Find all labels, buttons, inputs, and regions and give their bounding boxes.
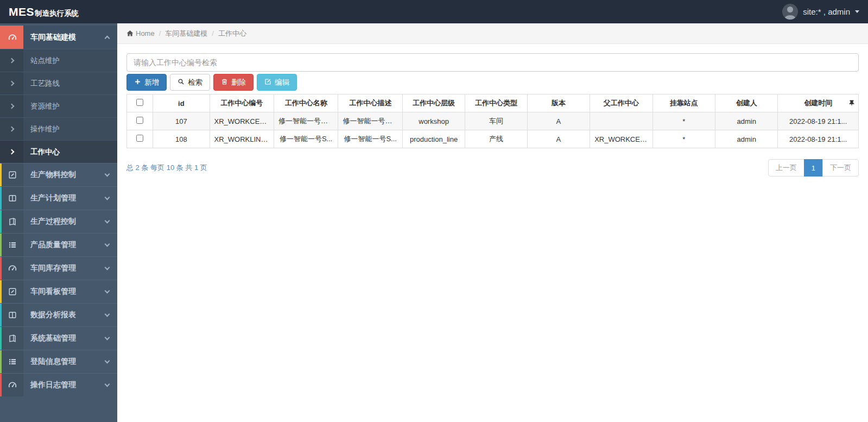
list-icon [0,234,23,256]
button-label: 删除 [231,78,246,87]
gauge-icon [0,257,23,280]
chevron-down-icon [105,304,109,326]
table-cell: A [527,130,590,148]
table-cell: 107 [153,112,210,130]
sidebar-group[interactable]: 登陆信息管理 [0,350,117,373]
button-label: 检索 [188,78,202,87]
table-cell: admin [715,112,777,130]
columns-icon [0,187,23,210]
home-icon [126,30,134,37]
sidebar-group-label: 操作日志管理 [23,374,105,396]
sidebar-group[interactable]: 生产物料控制 [0,163,117,186]
row-select-cell [127,130,153,148]
sidebar-submenu: 站点维护工艺路线资源维护操作维护工作中心 [0,49,117,163]
table-cell: 2022-08-19 21:1... [778,130,859,148]
column-header-工作中心描述[interactable]: 工作中心描述 [338,95,402,112]
app-logo-suffix: 制造执行系统 [35,9,79,18]
sidebar: 车间基础建模站点维护工艺路线资源维护操作维护工作中心生产物料控制生产计划管理生产… [0,23,117,422]
select-all-checkbox[interactable] [136,99,143,106]
sidebar-item-站点维护[interactable]: 站点维护 [0,49,117,72]
sidebar-item-工艺路线[interactable]: 工艺路线 [0,72,117,95]
column-header-挂靠站点[interactable]: 挂靠站点 [652,95,715,112]
table-header-row: id工作中心编号工作中心名称工作中心描述工作中心层级工作中心类型版本父工作中心挂… [127,95,859,112]
sidebar-group[interactable]: 生产过程控制 [0,210,117,233]
edit-button[interactable]: 编辑 [257,74,297,91]
sidebar-group-label: 车间库存管理 [23,257,105,280]
content-panel: 新增检索删除编辑 id工作中心编号工作中心名称工作中心描述工作中心层级工作中心类… [117,44,868,186]
gauge-icon [0,374,23,396]
search-icon [178,78,185,87]
search-button[interactable]: 检索 [170,74,210,91]
row-checkbox[interactable] [136,135,143,142]
toolbar: 新增检索删除编辑 [126,74,859,91]
sidebar-group[interactable]: 数据分析报表 [0,303,117,326]
column-header-创建人[interactable]: 创建人 [715,95,777,112]
sidebar-group[interactable]: 操作日志管理 [0,373,117,396]
button-label: 新增 [144,78,159,87]
sidebar-group[interactable]: 车间基础建模 [0,26,117,49]
user-menu[interactable]: site:* , admin [782,4,859,20]
chevron-down-icon [105,234,109,256]
pagination-next-button[interactable]: 下一页 [822,159,859,177]
pagination-page-1-button[interactable]: 1 [804,159,823,177]
chevron-down-icon [105,374,109,396]
table-cell: 108 [153,130,210,148]
app-logo-bold: MES [9,5,34,18]
search-input[interactable] [126,53,859,72]
row-checkbox[interactable] [136,117,143,124]
sidebar-group-label: 登陆信息管理 [23,350,105,373]
pencil-square-icon [0,163,23,186]
delete-button[interactable]: 删除 [213,74,254,91]
columns-icon [0,304,23,326]
pagination-prev-button[interactable]: 上一页 [768,159,804,177]
book-icon [0,327,23,350]
table-cell: 修一智能一号车间 [338,112,402,130]
main-area: Home/车间基础建模/工作中心 新增检索删除编辑 id工作中心编号工作中心名称… [117,23,868,422]
chevron-right-icon [0,72,23,95]
sidebar-group[interactable]: 车间库存管理 [0,256,117,280]
table-cell: 车间 [465,112,527,130]
sidebar-group-label: 数据分析报表 [23,304,105,326]
column-header-工作中心类型[interactable]: 工作中心类型 [465,95,527,112]
sidebar-item-资源维护[interactable]: 资源维护 [0,95,117,117]
column-header-版本[interactable]: 版本 [527,95,590,112]
sidebar-group[interactable]: 车间看板管理 [0,280,117,303]
chevron-down-icon [105,187,109,210]
column-header-父工作中心[interactable]: 父工作中心 [590,95,652,112]
sidebar-group[interactable]: 产品质量管理 [0,233,117,256]
table-cell: * [652,112,715,130]
pencil-square-icon [0,280,23,303]
sidebar-group-label: 系统基础管理 [23,327,105,350]
column-header-id[interactable]: id [153,95,210,112]
chevron-down-icon [105,280,109,303]
avatar [782,4,798,20]
table-cell: production_line [402,130,465,148]
table-cell: 2022-08-19 21:1... [778,112,859,130]
gauge-icon [0,26,23,49]
sidebar-item-操作维护[interactable]: 操作维护 [0,117,117,140]
button-label: 编辑 [275,78,289,87]
table-cell: * [652,130,715,148]
breadcrumb-item[interactable]: Home [136,29,155,37]
table-row[interactable]: 107XR_WORKCEN...修一智能一号车间修一智能一号车间workshop… [127,112,859,130]
select-all-header-cell [127,95,153,112]
sidebar-group-label: 生产过程控制 [23,210,105,233]
table-cell: 修一智能一号S... [338,130,402,148]
sidebar-group[interactable]: 生产计划管理 [0,186,117,210]
app-logo: MES 制造执行系统 [9,5,79,18]
breadcrumb: Home/车间基础建模/工作中心 [117,23,868,44]
add-button[interactable]: 新增 [126,74,167,91]
table-row[interactable]: 108XR_WORKLINE...修一智能一号S...修一智能一号S...pro… [127,130,859,148]
column-header-工作中心名称[interactable]: 工作中心名称 [274,95,338,112]
sidebar-group-label: 生产物料控制 [23,163,105,186]
breadcrumb-item[interactable]: 车间基础建模 [165,29,207,39]
column-header-工作中心层级[interactable]: 工作中心层级 [402,95,465,112]
breadcrumb-separator: / [159,29,161,37]
sidebar-item-label: 工艺路线 [23,72,117,95]
column-header-创建时间[interactable]: 创建时间 [778,95,859,112]
work-center-table: id工作中心编号工作中心名称工作中心描述工作中心层级工作中心类型版本父工作中心挂… [126,94,859,148]
sidebar-group[interactable]: 系统基础管理 [0,326,117,350]
user-label: site:* , admin [803,7,850,16]
column-header-工作中心编号[interactable]: 工作中心编号 [210,95,274,112]
sidebar-item-工作中心[interactable]: 工作中心 [0,140,117,163]
